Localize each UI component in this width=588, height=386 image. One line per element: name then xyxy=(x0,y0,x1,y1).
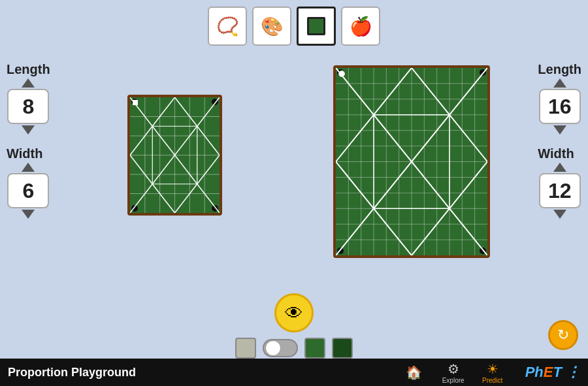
left-length-spinner: 8 xyxy=(7,78,50,135)
scene-apple[interactable]: 🍎 xyxy=(341,7,380,46)
bottom-nav: 🏠 ⚙ Explore ☀ Predict xyxy=(395,361,512,384)
scene-paint[interactable]: 🎨 xyxy=(252,7,291,46)
left-width-down[interactable] xyxy=(22,210,35,219)
left-width-value: 6 xyxy=(7,173,49,208)
right-width-label: Width xyxy=(538,146,581,161)
cue-ball-large xyxy=(338,71,345,77)
home-icon: 🏠 xyxy=(406,364,422,380)
scene-selector: 📿 🎨 🍎 xyxy=(0,0,588,52)
bottom-controls: 👁 xyxy=(0,293,588,359)
bottom-bar: Proportion Playground 🏠 ⚙ Explore ☀ Pred… xyxy=(0,359,588,386)
right-controls: Length 16 Width 12 xyxy=(538,62,581,231)
color-swatch-gray[interactable] xyxy=(235,338,256,359)
scene-necklace[interactable]: 📿 xyxy=(208,7,247,46)
toggle-knob xyxy=(265,340,281,356)
predict-label: Predict xyxy=(482,377,502,384)
right-width-up[interactable] xyxy=(553,163,566,172)
board-large-inner xyxy=(336,68,487,255)
billiards-board-small xyxy=(127,95,222,216)
right-length-spinner: 16 xyxy=(538,78,581,135)
color-row xyxy=(235,338,353,359)
right-length-down[interactable] xyxy=(553,125,566,135)
nav-home[interactable]: 🏠 xyxy=(395,364,434,380)
left-length-label: Length xyxy=(7,62,50,77)
left-width-label: Width xyxy=(7,146,50,161)
predict-icon: ☀ xyxy=(487,361,498,377)
explore-label: Explore xyxy=(442,377,465,384)
right-length-up[interactable] xyxy=(553,78,566,88)
right-width-spinner: 12 xyxy=(538,163,581,219)
left-width-spinner: 6 xyxy=(7,163,50,219)
color-swatch-green[interactable] xyxy=(304,338,325,359)
left-length-up[interactable] xyxy=(22,78,35,88)
toggle-switch[interactable] xyxy=(263,339,298,357)
billiards-board-large xyxy=(333,65,490,258)
nav-predict[interactable]: ☀ Predict xyxy=(473,361,512,384)
phet-logo: PhET ⋮ xyxy=(525,364,580,381)
board-small-lines xyxy=(130,97,220,213)
scene-billiards[interactable] xyxy=(297,7,336,46)
right-width-value: 12 xyxy=(539,173,581,208)
eye-button[interactable]: 👁 xyxy=(274,293,314,332)
nav-explore[interactable]: ⚙ Explore xyxy=(434,361,473,384)
right-length-value: 16 xyxy=(539,89,581,124)
board-large-lines xyxy=(336,68,487,255)
board-small-inner xyxy=(130,97,220,213)
refresh-button[interactable]: ↻ xyxy=(548,320,578,350)
right-length-label: Length xyxy=(538,62,581,77)
color-swatch-darkgreen[interactable] xyxy=(332,338,353,359)
right-width-down[interactable] xyxy=(553,210,566,219)
left-width-up[interactable] xyxy=(22,163,35,172)
left-controls: Length 8 Width 6 xyxy=(7,62,50,231)
app-title: Proportion Playground xyxy=(8,366,395,379)
cue-ball-small xyxy=(133,100,138,105)
left-length-down[interactable] xyxy=(22,125,35,135)
explore-icon: ⚙ xyxy=(448,361,459,377)
left-length-value: 8 xyxy=(7,89,49,124)
